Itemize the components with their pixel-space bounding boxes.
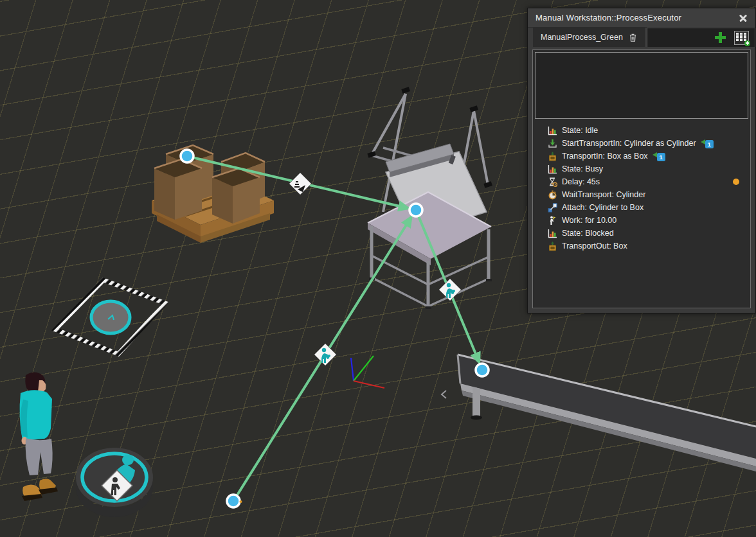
active-statement-indicator <box>733 179 739 185</box>
statement-row[interactable]: State: Busy <box>533 163 750 175</box>
process-flow-diamond[interactable] <box>289 173 311 195</box>
manual-workstation-table[interactable] <box>367 87 492 309</box>
statement-row[interactable]: WaitTransport: Cylinder <box>533 188 750 201</box>
statement-row[interactable]: State: Blocked <box>533 227 750 240</box>
statement-label: Work: for 10.00 <box>562 216 616 225</box>
statement-row[interactable]: Work: for 10.00 <box>533 214 750 227</box>
origin-axes-gizmo <box>351 356 384 388</box>
statement-label: State: Busy <box>562 164 603 173</box>
process-statement-area: State: Idle StartTransportIn: Cylinder a… <box>532 49 751 308</box>
attach-icon <box>547 203 557 213</box>
statement-label: StartTransportIn: Cylinder as Cylinder <box>562 139 696 148</box>
statement-label: Delay: 45s <box>562 177 600 186</box>
work-icon <box>547 216 557 225</box>
state-chart-icon <box>547 229 557 238</box>
statement-label: TransportOut: Box <box>562 242 627 251</box>
statement-label: WaitTransport: Cylinder <box>562 190 645 199</box>
tab-toolbar <box>647 28 755 47</box>
statement-label: State: Idle <box>562 126 598 135</box>
trash-icon[interactable] <box>629 33 637 42</box>
statement-row[interactable]: StartTransportIn: Cylinder as Cylinder 1 <box>533 137 750 150</box>
add-process-button[interactable] <box>715 32 726 43</box>
human-worker[interactable] <box>20 373 58 502</box>
close-button[interactable] <box>737 12 749 24</box>
statement-row[interactable]: Delay: 45s <box>533 175 750 188</box>
human-task-diamond[interactable] <box>439 279 461 301</box>
grid-icon <box>736 33 746 42</box>
person-silhouette <box>122 455 134 465</box>
application-window: Manual Workstation::ProcessExecutor Manu… <box>0 0 756 537</box>
state-chart-icon <box>547 164 557 174</box>
tab-label: ManualProcess_Green <box>541 33 623 42</box>
flow-node-feed[interactable] <box>227 495 240 507</box>
delay-icon <box>547 177 557 187</box>
statement-label: State: Blocked <box>562 229 614 238</box>
transport-in-icon <box>547 152 557 161</box>
statement-row[interactable]: Attach: Cylinder to Box <box>533 201 750 214</box>
flow-node-pallet[interactable] <box>181 150 194 163</box>
plus-badge-icon <box>744 40 750 46</box>
flow-node-conveyor[interactable] <box>476 364 489 376</box>
process-tab-bar: ManualProcess_Green <box>528 28 755 47</box>
process-executor-panel: Manual Workstation::ProcessExecutor Manu… <box>527 8 756 313</box>
panel-header: Manual Workstation::ProcessExecutor <box>528 8 755 28</box>
panel-title: Manual Workstation::ProcessExecutor <box>536 13 737 22</box>
flow-node-workstation[interactable] <box>410 204 422 216</box>
add-routine-button[interactable] <box>734 31 749 45</box>
human-resource-pad[interactable] <box>76 448 153 517</box>
statement-row[interactable]: TransportOut: Box <box>533 240 750 252</box>
statement-list: State: Idle StartTransportIn: Cylinder a… <box>533 121 750 252</box>
close-icon <box>737 12 749 24</box>
pallet-with-boxes[interactable] <box>152 145 274 243</box>
routine-statement-box <box>535 52 748 119</box>
product-count-badge: 1 <box>652 152 665 161</box>
transport-out-icon <box>547 242 557 251</box>
start-transport-in-icon <box>547 139 557 148</box>
node-tick <box>240 500 242 503</box>
state-chart-icon <box>547 126 557 136</box>
statement-row[interactable]: State: Idle <box>533 124 750 137</box>
statement-label: Attach: Cylinder to Box <box>562 203 644 212</box>
statement-label: TransportIn: Box as Box <box>562 152 648 161</box>
statement-row[interactable]: TransportIn: Box as Box 1 <box>533 150 750 163</box>
hazard-marked-area[interactable] <box>55 280 165 354</box>
plus-icon <box>715 32 726 43</box>
tab-manualprocess-green[interactable]: ManualProcess_Green <box>533 28 645 47</box>
product-count-badge: 1 <box>701 139 714 148</box>
wait-transport-icon <box>547 190 557 200</box>
human-task-diamond[interactable] <box>314 344 336 365</box>
